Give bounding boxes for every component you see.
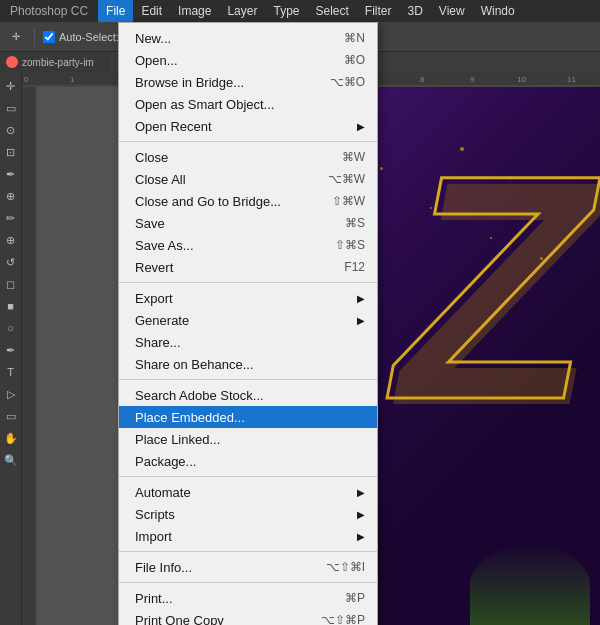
menu-file[interactable]: File bbox=[98, 0, 133, 22]
menu-item-place-embedded-label: Place Embedded... bbox=[135, 410, 365, 425]
separator-5 bbox=[119, 551, 377, 552]
menu-layer[interactable]: Layer bbox=[219, 0, 265, 22]
menu-item-automate[interactable]: Automate ▶ bbox=[119, 481, 377, 503]
menu-item-print-shortcut: ⌘P bbox=[345, 591, 365, 605]
menu-item-place-linked[interactable]: Place Linked... bbox=[119, 428, 377, 450]
menu-item-browse-label: Browse in Bridge... bbox=[135, 75, 310, 90]
scripts-arrow-icon: ▶ bbox=[357, 509, 365, 520]
svg-text:11: 11 bbox=[567, 75, 576, 84]
menu-item-generate[interactable]: Generate ▶ bbox=[119, 309, 377, 331]
menu-item-share-behance[interactable]: Share on Behance... bbox=[119, 353, 377, 375]
menu-type[interactable]: Type bbox=[265, 0, 307, 22]
menu-item-print[interactable]: Print... ⌘P bbox=[119, 587, 377, 609]
gradient-tool[interactable]: ■ bbox=[1, 296, 21, 316]
generate-arrow-icon: ▶ bbox=[357, 315, 365, 326]
svg-text:8: 8 bbox=[420, 75, 425, 84]
menu-item-print-one-shortcut: ⌥⇧⌘P bbox=[321, 613, 365, 625]
separator-1 bbox=[119, 141, 377, 142]
hand-tool[interactable]: ✋ bbox=[1, 428, 21, 448]
menu-item-new-label: New... bbox=[135, 31, 324, 46]
menu-item-open[interactable]: Open... ⌘O bbox=[119, 49, 377, 71]
menu-item-close-all-label: Close All bbox=[135, 172, 308, 187]
big-z-letter: Z bbox=[395, 127, 570, 447]
menubar: Photoshop CC File Edit Image Layer Type … bbox=[0, 0, 600, 22]
separator-3 bbox=[119, 379, 377, 380]
auto-select-checkbox[interactable] bbox=[43, 31, 55, 43]
eyedropper-tool[interactable]: ✒ bbox=[1, 164, 21, 184]
shape-tool[interactable]: ▭ bbox=[1, 406, 21, 426]
svg-text:1: 1 bbox=[70, 75, 75, 84]
menu-item-place-embedded[interactable]: Place Embedded... bbox=[119, 406, 377, 428]
app-name: Photoshop CC bbox=[0, 0, 98, 22]
open-recent-arrow-icon: ▶ bbox=[357, 121, 365, 132]
menu-item-open-shortcut: ⌘O bbox=[344, 53, 365, 67]
document-tab: zombie-party-im bbox=[0, 52, 110, 72]
lasso-tool[interactable]: ⊙ bbox=[1, 120, 21, 140]
menu-item-save-label: Save bbox=[135, 216, 325, 231]
menu-filter[interactable]: Filter bbox=[357, 0, 400, 22]
svg-text:0: 0 bbox=[24, 75, 29, 84]
menu-item-import[interactable]: Import ▶ bbox=[119, 525, 377, 547]
menu-item-share[interactable]: Share... bbox=[119, 331, 377, 353]
history-tool[interactable]: ↺ bbox=[1, 252, 21, 272]
menu-item-new-shortcut: ⌘N bbox=[344, 31, 365, 45]
menu-item-close-bridge[interactable]: Close and Go to Bridge... ⇧⌘W bbox=[119, 190, 377, 212]
menu-item-close-all-shortcut: ⌥⌘W bbox=[328, 172, 365, 186]
menu-item-print-one[interactable]: Print One Copy ⌥⇧⌘P bbox=[119, 609, 377, 625]
eraser-tool[interactable]: ◻ bbox=[1, 274, 21, 294]
dodge-tool[interactable]: ○ bbox=[1, 318, 21, 338]
menu-item-save-as-shortcut: ⇧⌘S bbox=[335, 238, 365, 252]
menu-3d[interactable]: 3D bbox=[400, 0, 431, 22]
heal-tool[interactable]: ⊕ bbox=[1, 186, 21, 206]
menu-item-save[interactable]: Save ⌘S bbox=[119, 212, 377, 234]
auto-select-label: Auto-Select: bbox=[59, 31, 119, 43]
tab-close-icon[interactable] bbox=[6, 56, 18, 68]
menu-item-export[interactable]: Export ▶ bbox=[119, 287, 377, 309]
text-tool[interactable]: T bbox=[1, 362, 21, 382]
menu-item-save-shortcut: ⌘S bbox=[345, 216, 365, 230]
creature-silhouette bbox=[470, 545, 590, 625]
selection-tool[interactable]: ▭ bbox=[1, 98, 21, 118]
menu-item-scripts[interactable]: Scripts ▶ bbox=[119, 503, 377, 525]
menu-item-save-as[interactable]: Save As... ⇧⌘S bbox=[119, 234, 377, 256]
menu-image[interactable]: Image bbox=[170, 0, 219, 22]
menu-item-share-label: Share... bbox=[135, 335, 365, 350]
menu-select[interactable]: Select bbox=[307, 0, 356, 22]
menu-item-open-recent[interactable]: Open Recent ▶ bbox=[119, 115, 377, 137]
automate-arrow-icon: ▶ bbox=[357, 487, 365, 498]
menu-item-scripts-label: Scripts bbox=[135, 507, 353, 522]
menu-item-open-smart[interactable]: Open as Smart Object... bbox=[119, 93, 377, 115]
menu-item-place-linked-label: Place Linked... bbox=[135, 432, 365, 447]
menu-item-revert-label: Revert bbox=[135, 260, 324, 275]
menu-item-package-label: Package... bbox=[135, 454, 365, 469]
menu-item-open-smart-label: Open as Smart Object... bbox=[135, 97, 345, 112]
move-tool[interactable]: ✛ bbox=[1, 76, 21, 96]
menu-item-close[interactable]: Close ⌘W bbox=[119, 146, 377, 168]
pen-tool[interactable]: ✒ bbox=[1, 340, 21, 360]
svg-rect-14 bbox=[22, 87, 37, 625]
menu-edit[interactable]: Edit bbox=[133, 0, 170, 22]
brush-tool[interactable]: ✏ bbox=[1, 208, 21, 228]
menu-item-revert[interactable]: Revert F12 bbox=[119, 256, 377, 278]
export-arrow-icon: ▶ bbox=[357, 293, 365, 304]
clone-tool[interactable]: ⊕ bbox=[1, 230, 21, 250]
move-tool-icon: ✛ bbox=[6, 27, 26, 47]
menu-item-file-info-shortcut: ⌥⇧⌘I bbox=[326, 560, 365, 574]
menu-item-browse[interactable]: Browse in Bridge... ⌥⌘O bbox=[119, 71, 377, 93]
separator-6 bbox=[119, 582, 377, 583]
zoom-tool[interactable]: 🔍 bbox=[1, 450, 21, 470]
file-dropdown-menu: New... ⌘N Open... ⌘O Browse in Bridge...… bbox=[118, 22, 378, 625]
menu-item-file-info[interactable]: File Info... ⌥⇧⌘I bbox=[119, 556, 377, 578]
crop-tool[interactable]: ⊡ bbox=[1, 142, 21, 162]
import-arrow-icon: ▶ bbox=[357, 531, 365, 542]
menu-view[interactable]: View bbox=[431, 0, 473, 22]
menu-item-close-all[interactable]: Close All ⌥⌘W bbox=[119, 168, 377, 190]
left-toolbar: ✛ ▭ ⊙ ⊡ ✒ ⊕ ✏ ⊕ ↺ ◻ ■ ○ ✒ T ▷ ▭ ✋ 🔍 bbox=[0, 72, 22, 625]
menu-item-search-stock[interactable]: Search Adobe Stock... bbox=[119, 384, 377, 406]
menu-item-print-one-label: Print One Copy bbox=[135, 613, 301, 626]
menu-item-new[interactable]: New... ⌘N bbox=[119, 27, 377, 49]
menu-item-search-stock-label: Search Adobe Stock... bbox=[135, 388, 365, 403]
path-tool[interactable]: ▷ bbox=[1, 384, 21, 404]
menu-item-package[interactable]: Package... bbox=[119, 450, 377, 472]
menu-window[interactable]: Windo bbox=[473, 0, 523, 22]
